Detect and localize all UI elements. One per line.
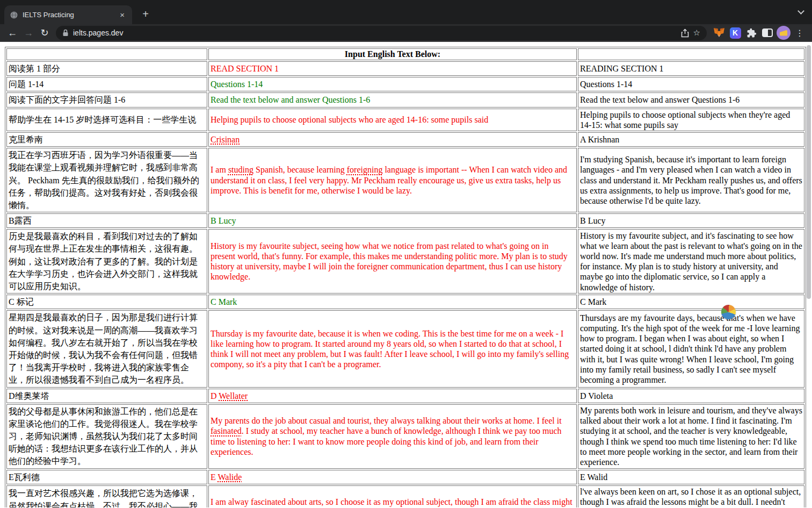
cell-chinese-text: D维奥莱塔 bbox=[6, 389, 207, 403]
cell-reference-text: I'm studying Spanish, because it's impor… bbox=[578, 148, 804, 212]
table-body: Input English Text Below: 阅读第 1 部分READ S… bbox=[6, 48, 804, 507]
cell-reference-text: Helping pupils to choose optional subjec… bbox=[578, 109, 804, 131]
cheese-icon bbox=[780, 30, 787, 36]
share-icon[interactable] bbox=[681, 28, 689, 38]
browser-tab[interactable]: IELTS Practicing × bbox=[4, 5, 132, 24]
table-row: 问题 1-14Questions 1-14Questions 1-14 bbox=[6, 77, 804, 91]
cell-reference-text: My parents both work in leisure and tour… bbox=[578, 404, 804, 469]
cell-chinese-text: 历史是我最喜欢的科目，看到我们对过去的了解如何与现在世界上正在发生的事情相关，这… bbox=[6, 229, 207, 294]
cell-chinese-text: 克里希南 bbox=[6, 132, 207, 147]
cell-english-input[interactable]: C Mark bbox=[208, 295, 577, 309]
table-row: 帮助学生在 14-15 岁时选择可选科目：一些学生说Helping pupils… bbox=[6, 109, 804, 131]
browser-toolbar: ← → ↻ ielts.pages.dev ☆ K bbox=[0, 24, 812, 42]
misspelled-word: Walide bbox=[218, 473, 242, 482]
table-row: 我的父母都是从事休闲和旅游工作的，他们总是在家里谈论他们的工作。我觉得很迷人。我… bbox=[6, 404, 804, 469]
cell-reference-text: C Mark bbox=[578, 295, 804, 309]
table-row: 历史是我最喜欢的科目，看到我们对过去的了解如何与现在世界上正在发生的事情相关，这… bbox=[6, 229, 804, 294]
cell-chinese-text: 我的父母都是从事休闲和旅游工作的，他们总是在家里谈论他们的工作。我觉得很迷人。我… bbox=[6, 404, 207, 469]
lock-icon bbox=[62, 29, 69, 37]
cell-reference-text: Thursdays are my favourite days, because… bbox=[578, 310, 804, 387]
web-page: Input English Text Below: 阅读第 1 部分READ S… bbox=[0, 42, 812, 507]
cell-english-input[interactable]: I am alway fascinated about arts, so I c… bbox=[208, 485, 577, 507]
side-panel-icon[interactable] bbox=[759, 25, 775, 40]
misspelled-word: fasinated bbox=[211, 426, 242, 435]
cell-chinese-text: 我正在学习西班牙语，因为学习外语很重要——当我能在课堂上观看视频并理解它时，我感… bbox=[6, 148, 207, 212]
translation-table: Input English Text Below: 阅读第 1 部分READ S… bbox=[5, 47, 806, 507]
cell-english-input[interactable]: Thursday is my favourite date, because i… bbox=[208, 310, 577, 387]
address-bar[interactable]: ielts.pages.dev ☆ bbox=[56, 26, 707, 40]
cell-chinese-text: 我一直对艺术很感兴趣，所以我把它选为选修课，虽然我怕课会有点枯燥。不过，我不必担… bbox=[6, 485, 207, 507]
cell-chinese-text: 星期四是我最喜欢的日子，因为那是我们进行计算的时候。这对我来说是一周的高潮——我… bbox=[6, 310, 207, 387]
metamask-fox-icon[interactable] bbox=[711, 25, 727, 40]
table-row: 我正在学习西班牙语，因为学习外语很重要——当我能在课堂上观看视频并理解它时，我感… bbox=[6, 148, 804, 212]
menu-kebab-icon[interactable]: ⋮ bbox=[792, 25, 808, 40]
tabstrip-chevron-down-icon[interactable] bbox=[798, 8, 804, 15]
cell-reference-text: Questions 1-14 bbox=[578, 77, 804, 91]
cell-english-input[interactable]: READ SECTION 1 bbox=[208, 61, 577, 76]
cell-chinese-text: 阅读下面的文字并回答问题 1-6 bbox=[6, 92, 207, 107]
tab-strip: IELTS Practicing × + bbox=[0, 0, 812, 24]
header-cell-left bbox=[6, 48, 207, 60]
misspelled-word: studing bbox=[228, 165, 253, 174]
cell-reference-text: D Violeta bbox=[578, 389, 804, 403]
misspelled-word: foreigning bbox=[347, 165, 383, 174]
k-extension-icon[interactable]: K bbox=[727, 25, 743, 40]
profile-avatar[interactable] bbox=[775, 25, 792, 40]
tab-title: IELTS Practicing bbox=[23, 11, 113, 19]
cell-chinese-text: 阅读第 1 部分 bbox=[6, 61, 207, 76]
table-row: E瓦利德E WalideE Walid bbox=[6, 470, 804, 484]
cell-english-input[interactable]: Read the text below and answer Questions… bbox=[208, 92, 577, 107]
cell-english-input[interactable]: E Walide bbox=[208, 470, 577, 484]
cell-english-input[interactable]: Questions 1-14 bbox=[208, 77, 577, 91]
misspelled-word: Wellater bbox=[219, 391, 248, 400]
cell-english-input[interactable]: Helping pupils to choose optional subjec… bbox=[208, 109, 577, 131]
globe-favicon-icon bbox=[10, 11, 18, 19]
misspelled-word: Crisinan bbox=[211, 135, 240, 144]
cell-reference-text: Read the text below and answer Questions… bbox=[578, 92, 804, 107]
new-tab-button[interactable]: + bbox=[139, 8, 153, 22]
back-button[interactable]: ← bbox=[4, 25, 20, 40]
cell-reference-text: B Lucy bbox=[578, 213, 804, 228]
bookmark-star-icon[interactable]: ☆ bbox=[693, 28, 700, 38]
header-cell-right bbox=[578, 48, 804, 60]
cell-english-input[interactable]: B Lucy bbox=[208, 213, 577, 228]
cell-reference-text: E Walid bbox=[578, 470, 804, 484]
table-row: 阅读下面的文字并回答问题 1-6Read the text below and … bbox=[6, 92, 804, 107]
table-row: 我一直对艺术很感兴趣，所以我把它选为选修课，虽然我怕课会有点枯燥。不过，我不必担… bbox=[6, 485, 804, 507]
cell-english-input[interactable]: History is my favourite subject, seeing … bbox=[208, 229, 577, 294]
cell-reference-text: l've always been keen on art, so I chose… bbox=[578, 485, 804, 507]
cell-reference-text: READING SECTION 1 bbox=[578, 61, 804, 76]
cell-chinese-text: C 标记 bbox=[6, 295, 207, 309]
busy-beachball-cursor bbox=[721, 305, 736, 319]
cell-chinese-text: 帮助学生在 14-15 岁时选择可选科目：一些学生说 bbox=[6, 109, 207, 131]
url-text: ielts.pages.dev bbox=[73, 28, 677, 37]
cell-chinese-text: B露西 bbox=[6, 213, 207, 228]
table-row: B露西B LucyB Lucy bbox=[6, 213, 804, 228]
forward-button[interactable]: → bbox=[20, 25, 37, 40]
cell-english-input[interactable]: My parents do the job about casual and t… bbox=[208, 404, 577, 469]
cell-english-input[interactable]: D Wellater bbox=[208, 389, 577, 403]
extensions-puzzle-icon[interactable] bbox=[743, 25, 759, 40]
table-row: D维奥莱塔D WellaterD Violeta bbox=[6, 389, 804, 403]
cell-english-input[interactable]: I am studing Spanish, because learning f… bbox=[208, 148, 577, 212]
close-tab-icon[interactable]: × bbox=[118, 10, 127, 19]
table-row: 克里希南CrisinanA Krishnan bbox=[6, 132, 804, 147]
cell-reference-text: History is my favourite subject, and it'… bbox=[578, 229, 804, 294]
cell-chinese-text: E瓦利德 bbox=[6, 470, 207, 484]
cell-english-input[interactable]: Crisinan bbox=[208, 132, 577, 147]
header-cell-title: Input English Text Below: bbox=[208, 48, 577, 60]
table-row: C 标记C MarkC Mark bbox=[6, 295, 804, 309]
cell-reference-text: A Krishnan bbox=[578, 132, 804, 147]
table-row: 星期四是我最喜欢的日子，因为那是我们进行计算的时候。这对我来说是一周的高潮——我… bbox=[6, 310, 804, 387]
table-header-row: Input English Text Below: bbox=[6, 48, 804, 60]
cell-chinese-text: 问题 1-14 bbox=[6, 77, 207, 91]
page-scrollbar[interactable] bbox=[807, 45, 811, 299]
reload-button[interactable]: ↻ bbox=[37, 25, 53, 40]
table-row: 阅读第 1 部分READ SECTION 1READING SECTION 1 bbox=[6, 61, 804, 76]
